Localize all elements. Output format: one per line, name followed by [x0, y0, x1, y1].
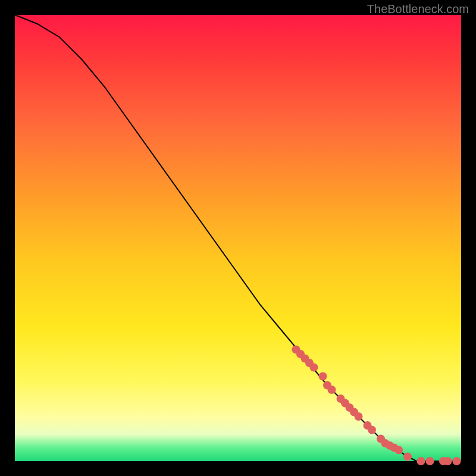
- marker-point: [328, 386, 336, 394]
- marker-point: [355, 412, 363, 421]
- chart-svg: [15, 15, 461, 461]
- highlight-points: [292, 346, 461, 466]
- marker-point: [426, 457, 434, 465]
- watermark-text: TheBottleneck.com: [367, 2, 469, 16]
- bottleneck-curve: [15, 15, 461, 461]
- marker-point: [319, 372, 327, 381]
- marker-point: [368, 426, 376, 434]
- marker-point: [394, 446, 403, 454]
- marker-point: [403, 453, 412, 461]
- marker-point: [453, 457, 461, 465]
- marker-point: [310, 364, 318, 372]
- marker-point: [417, 457, 425, 465]
- marker-point: [444, 457, 452, 465]
